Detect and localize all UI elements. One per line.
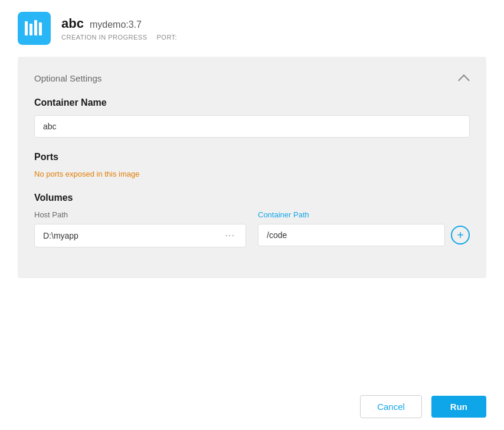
settings-panel: Optional Settings Container Name Ports N…	[18, 57, 486, 278]
volumes-row: Host Path ··· Container Path +	[34, 210, 470, 247]
svg-rect-3	[34, 20, 37, 35]
settings-header: Optional Settings	[34, 71, 470, 86]
ports-section: Ports No ports exposed in this image	[34, 152, 470, 178]
container-name-label: Container Name	[34, 97, 470, 108]
header: abc mydemo:3.7 CREATION IN PROGRESS PORT…	[0, 0, 504, 57]
run-button[interactable]: Run	[431, 396, 486, 418]
svg-rect-1	[25, 21, 28, 35]
main-content: Optional Settings Container Name Ports N…	[0, 57, 504, 383]
header-title-row: abc mydemo:3.7	[61, 16, 177, 31]
ports-label: Ports	[34, 152, 470, 162]
header-meta: CREATION IN PROGRESS PORT:	[61, 34, 177, 41]
host-path-input-wrapper: ···	[34, 224, 246, 247]
volumes-section: Volumes Host Path ··· Container Path	[34, 193, 470, 247]
container-name-section: Container Name	[34, 97, 470, 138]
chevron-up-icon	[459, 73, 467, 82]
port-label: PORT:	[156, 34, 177, 41]
svg-rect-2	[30, 24, 32, 35]
cancel-button[interactable]: Cancel	[360, 395, 422, 418]
container-path-input[interactable]	[267, 230, 436, 240]
host-path-field: Host Path ···	[34, 210, 246, 247]
ports-note: No ports exposed in this image	[34, 170, 470, 178]
host-path-input[interactable]	[43, 231, 223, 240]
header-info: abc mydemo:3.7 CREATION IN PROGRESS PORT…	[61, 16, 177, 41]
creation-status: CREATION IN PROGRESS	[61, 34, 147, 41]
plus-icon: +	[457, 229, 464, 242]
container-name-input[interactable]	[34, 115, 470, 138]
image-name: mydemo:3.7	[90, 19, 142, 30]
container-path-field: Container Path +	[258, 210, 470, 246]
footer: Cancel Run	[0, 383, 504, 430]
settings-title: Optional Settings	[34, 73, 102, 83]
browse-button[interactable]: ···	[223, 230, 237, 241]
svg-rect-4	[39, 22, 42, 35]
cube-icon	[18, 12, 51, 45]
volumes-label: Volumes	[34, 193, 470, 203]
container-path-input-wrapper: +	[258, 224, 470, 246]
container-path-label: Container Path	[258, 210, 470, 219]
add-volume-button[interactable]: +	[451, 226, 470, 245]
app-name: abc	[61, 16, 84, 31]
host-path-label: Host Path	[34, 210, 246, 219]
collapse-button[interactable]	[457, 71, 470, 86]
container-path-box	[258, 224, 445, 246]
